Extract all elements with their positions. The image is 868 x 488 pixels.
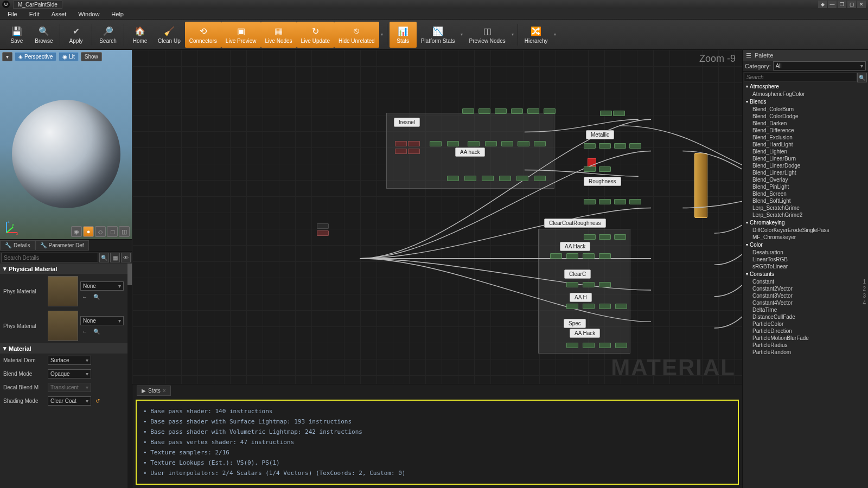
graph-node[interactable]: [534, 176, 546, 181]
graph-node[interactable]: [468, 141, 480, 146]
graph-node[interactable]: [614, 199, 626, 204]
graph-node[interactable]: [395, 141, 407, 146]
palette-item[interactable]: Blend_Lighten: [743, 148, 868, 155]
graph-node[interactable]: [501, 141, 513, 146]
palette-item[interactable]: sRGBToLinear: [743, 263, 868, 270]
window-close-button[interactable]: ✕: [857, 1, 866, 8]
toolbar-hide-unrelated-button[interactable]: ⎋Hide Unrelated: [334, 22, 379, 48]
tab-details[interactable]: 🔧Details: [0, 240, 35, 251]
window-maximize-button[interactable]: ▢: [847, 1, 856, 8]
graph-node[interactable]: [599, 343, 611, 348]
toolbar-platform-stats-button[interactable]: 📉Platform Stats: [417, 22, 459, 48]
details-scrollbar[interactable]: [127, 264, 132, 488]
palette-list[interactable]: ▾AtmosphereAtmosphericFogColor▾BlendsBle…: [743, 82, 868, 488]
palette-item[interactable]: ParticleMotionBlurFade: [743, 335, 868, 342]
graph-node[interactable]: [584, 143, 596, 149]
browse-icon[interactable]: 🔍: [92, 328, 101, 336]
chevron-down-icon[interactable]: ▾: [459, 22, 464, 48]
graph-node[interactable]: [614, 143, 626, 149]
shape-cylinder-button[interactable]: ◉: [71, 226, 82, 237]
palette-item[interactable]: Blend_LinearDodge: [743, 162, 868, 169]
node-comment[interactable]: AA hack: [455, 147, 485, 157]
asset-thumbnail[interactable]: [48, 276, 78, 306]
graph-node[interactable]: [462, 108, 474, 114]
window-restore-button[interactable]: ❐: [838, 1, 846, 8]
toolbar-save-button[interactable]: 💾Save: [3, 22, 30, 48]
material-graph[interactable]: Zoom -9 MATERIAL: [132, 50, 742, 384]
graph-node[interactable]: [615, 304, 627, 309]
node-comment[interactable]: Roughness: [584, 177, 621, 186]
menu-asset[interactable]: Asset: [46, 10, 72, 18]
shape-plane-button[interactable]: ◇: [95, 226, 106, 237]
palette-item[interactable]: Lerp_ScratchGrime: [743, 204, 868, 211]
toolbar-stats-button[interactable]: 📊Stats: [390, 22, 417, 48]
toolbar-live-update-button[interactable]: ↻Live Update: [297, 22, 334, 48]
palette-item[interactable]: ParticleDirection: [743, 328, 868, 335]
property-dropdown[interactable]: Opaque: [48, 369, 91, 378]
viewport-options-button[interactable]: ▾: [2, 52, 12, 61]
details-search-input[interactable]: [1, 253, 98, 262]
use-selected-icon[interactable]: ←: [80, 293, 89, 301]
graph-node[interactable]: [482, 176, 494, 181]
graph-node[interactable]: [395, 149, 407, 154]
palette-category[interactable]: ▾Blends: [743, 98, 868, 106]
toolbar-search-button[interactable]: 🔎Search: [94, 22, 122, 48]
graph-node[interactable]: [408, 141, 420, 146]
graph-node[interactable]: [599, 199, 611, 204]
palette-item[interactable]: Blend_Screen: [743, 190, 868, 197]
graph-node[interactable]: [583, 253, 595, 259]
graph-node[interactable]: [495, 108, 507, 114]
graph-node[interactable]: [408, 149, 420, 154]
viewport-show-button[interactable]: Show: [81, 52, 102, 61]
node-comment[interactable]: ClearCoatRoughness: [544, 219, 606, 228]
toolbar-connectors-button[interactable]: ⟲Connectors: [185, 22, 221, 48]
close-icon[interactable]: ×: [163, 388, 166, 394]
graph-node[interactable]: [583, 343, 595, 348]
palette-item[interactable]: Blend_Overlay: [743, 176, 868, 183]
shape-custom-button[interactable]: ◫: [119, 226, 130, 237]
palette-item[interactable]: Constant1: [743, 278, 868, 285]
document-tab[interactable]: M_CarPaintSide: [13, 1, 62, 9]
graph-node[interactable]: [527, 108, 539, 114]
tab-stats[interactable]: ▶ Stats ×: [137, 386, 171, 396]
graph-node[interactable]: [478, 108, 490, 114]
graph-node[interactable]: [485, 141, 497, 146]
graph-node[interactable]: [566, 343, 578, 348]
palette-item[interactable]: Blend_Exclusion: [743, 134, 868, 141]
graph-node[interactable]: [614, 234, 626, 240]
browse-icon[interactable]: 🔍: [92, 293, 101, 301]
graph-node[interactable]: [511, 108, 523, 114]
palette-item[interactable]: Blend_SoftLight: [743, 197, 868, 204]
section-header[interactable]: ▾Physical Material: [0, 264, 132, 274]
graph-node[interactable]: [499, 176, 511, 181]
palette-category[interactable]: ▾Color: [743, 241, 868, 249]
palette-item[interactable]: AtmosphericFogColor: [743, 91, 868, 98]
graph-node[interactable]: [447, 141, 459, 146]
property-dropdown[interactable]: Translucent: [48, 383, 91, 392]
graph-node[interactable]: [599, 234, 611, 240]
palette-item[interactable]: ParticleColor: [743, 320, 868, 328]
shape-sphere-button[interactable]: ●: [83, 226, 94, 237]
chevron-down-icon[interactable]: ▾: [379, 22, 385, 48]
graph-node[interactable]: [516, 176, 528, 181]
toolbar-browse-button[interactable]: 🔍Browse: [30, 22, 58, 48]
asset-thumbnail[interactable]: [48, 311, 78, 341]
palette-item[interactable]: Blend_PinLight: [743, 183, 868, 190]
graph-node[interactable]: [544, 108, 556, 114]
menu-help[interactable]: Help: [106, 10, 129, 18]
color-swatch[interactable]: [588, 158, 596, 167]
palette-search-input[interactable]: [744, 73, 857, 81]
viewport-perspective-button[interactable]: ◈ Perspective: [15, 52, 56, 61]
toolbar-live-preview-button[interactable]: ▣Live Preview: [221, 22, 261, 48]
graph-node[interactable]: [599, 166, 611, 172]
shape-cube-button[interactable]: ◻: [107, 226, 118, 237]
graph-node[interactable]: [566, 282, 578, 287]
graph-node[interactable]: [430, 141, 442, 146]
graph-node[interactable]: [550, 253, 562, 259]
node-comment[interactable]: ClearC: [564, 269, 591, 279]
palette-item[interactable]: DeltaTime: [743, 306, 868, 313]
palette-item[interactable]: MF_Chromakeyer: [743, 234, 868, 241]
grid-view-icon[interactable]: ▦: [110, 253, 120, 262]
graph-node[interactable]: [613, 111, 625, 116]
property-dropdown[interactable]: Clear Coat: [48, 396, 91, 406]
